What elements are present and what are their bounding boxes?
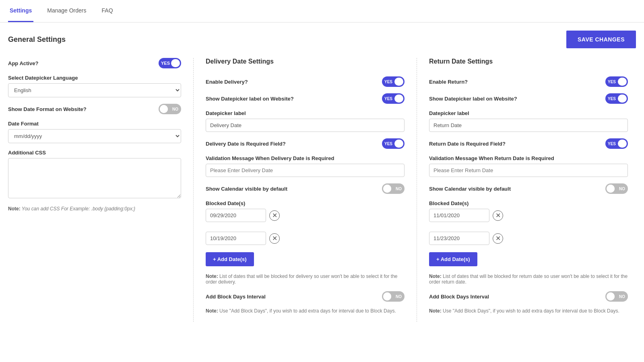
return-remove-date-2[interactable]: ✕ <box>493 233 503 244</box>
return-blocked-dates-label: Blocked Date(s) <box>429 200 628 206</box>
additional-css-textarea[interactable] <box>8 158 181 198</box>
delivery-show-label-row: Show Datepicker label on Website? YES <box>206 93 405 104</box>
delivery-validation-input[interactable] <box>206 164 405 177</box>
delivery-required-row: Delivery Date is Required Field? YES <box>206 138 405 149</box>
show-date-format-toggle[interactable]: NO <box>159 104 181 114</box>
return-calendar-visible-toggle[interactable]: NO <box>605 183 628 194</box>
delivery-calendar-visible-label: Show Calendar visible by default <box>206 186 287 192</box>
language-field-group: Select Datepicker Language English Frenc… <box>8 75 181 97</box>
delivery-blocked-date-2: ✕ <box>206 232 405 245</box>
app-active-yes-label: YES <box>161 61 170 66</box>
return-interval-row: Add Block Days Interval NO <box>429 291 628 302</box>
show-date-format-label: Show Date Format on Website? <box>8 106 87 112</box>
return-remove-date-1[interactable]: ✕ <box>493 210 503 221</box>
delivery-datepicker-label-group: Datepicker label <box>206 110 405 132</box>
additional-css-label: Additional CSS <box>8 150 181 156</box>
delivery-calendar-no: NO <box>396 187 402 191</box>
app-active-label: App Active? <box>8 60 38 66</box>
return-interval-toggle[interactable]: NO <box>605 291 628 302</box>
delivery-enable-yes-label: YES <box>384 80 392 84</box>
delivery-enable-toggle[interactable]: YES <box>382 76 405 87</box>
nav-faq[interactable]: FAQ <box>100 0 115 22</box>
show-date-format-row: Show Date Format on Website? NO <box>8 104 181 114</box>
show-date-format-no-label: NO <box>172 107 178 111</box>
return-show-label-yes: YES <box>608 97 616 101</box>
delivery-show-label-yes: YES <box>384 97 392 101</box>
delivery-interval-note: Note: Use "Add Block Days", if you wish … <box>206 308 405 314</box>
return-datepicker-label-label: Datepicker label <box>429 110 628 116</box>
delivery-interval-note-text: Use "Add Block Days", if you wish to add… <box>218 308 396 314</box>
return-add-date-button[interactable]: + Add Date(s) <box>429 252 477 266</box>
nav-manage-orders[interactable]: Manage Orders <box>45 0 88 22</box>
app-active-toggle[interactable]: YES <box>159 58 181 68</box>
return-datepicker-label-input[interactable] <box>429 119 628 132</box>
delivery-date-input-1[interactable] <box>206 209 266 222</box>
save-changes-button[interactable]: SAVE CHANGES <box>566 31 636 48</box>
nav-settings[interactable]: Settings <box>8 0 33 22</box>
css-note-strong: Note: <box>8 206 21 212</box>
page-header: General Settings SAVE CHANGES <box>8 31 636 48</box>
date-format-field-group: Date Format mm/dd/yyyy dd/mm/yyyy yyyy/m… <box>8 121 181 143</box>
delivery-validation-group: Validation Message When Delivery Date is… <box>206 155 405 177</box>
general-settings-column: App Active? YES Select Datepicker Langua… <box>8 58 189 322</box>
delivery-add-date-button[interactable]: + Add Date(s) <box>206 252 254 266</box>
return-interval-note: Note: Use "Add Block Days", if you wish … <box>429 308 628 314</box>
return-blocked-date-2: ✕ <box>429 232 628 245</box>
delivery-date-input-2[interactable] <box>206 232 266 245</box>
delivery-blocked-note-text: List of dates that will be blocked for d… <box>206 274 398 285</box>
delivery-validation-label: Validation Message When Delivery Date is… <box>206 155 405 161</box>
css-note: Note: You can add CSS For Example: .body… <box>8 206 181 212</box>
return-required-toggle[interactable]: YES <box>605 138 628 149</box>
return-calendar-visible-label: Show Calendar visible by default <box>429 186 511 192</box>
delivery-remove-date-1[interactable]: ✕ <box>269 210 280 221</box>
language-select[interactable]: English French German Spanish <box>8 83 181 97</box>
app-active-row: App Active? YES <box>8 58 181 68</box>
delivery-required-label: Delivery Date is Required Field? <box>206 141 286 147</box>
language-label: Select Datepicker Language <box>8 75 181 81</box>
return-calendar-no: NO <box>619 187 625 191</box>
return-enable-toggle[interactable]: YES <box>605 76 628 87</box>
delivery-blocked-note-strong: Note: <box>206 274 218 279</box>
return-required-row: Return Date is Required Field? YES <box>429 138 628 149</box>
delivery-show-label-label: Show Datepicker label on Website? <box>206 96 294 102</box>
top-navigation: Settings Manage Orders FAQ <box>0 0 644 23</box>
delivery-section-title: Delivery Date Settings <box>206 58 405 68</box>
return-enable-yes: YES <box>608 80 616 84</box>
delivery-required-yes: YES <box>384 142 392 146</box>
page-content: General Settings SAVE CHANGES App Active… <box>0 23 644 362</box>
return-validation-input[interactable] <box>429 164 628 177</box>
return-required-yes: YES <box>608 142 616 146</box>
return-date-input-1[interactable] <box>429 209 489 222</box>
delivery-calendar-visible-row: Show Calendar visible by default NO <box>206 183 405 194</box>
page-title: General Settings <box>8 35 66 44</box>
return-validation-label: Validation Message When Return Date is R… <box>429 155 628 161</box>
return-required-label: Return Date is Required Field? <box>429 141 506 147</box>
css-note-text: You can add CSS For Example: .body {padd… <box>21 206 135 212</box>
delivery-enable-row: Enable Delivery? YES <box>206 76 405 87</box>
delivery-calendar-visible-toggle[interactable]: NO <box>382 183 405 194</box>
return-enable-label: Enable Return? <box>429 79 468 85</box>
delivery-blocked-dates-label: Blocked Date(s) <box>206 200 405 206</box>
css-field-group: Additional CSS <box>8 150 181 200</box>
return-blocked-date-1: ✕ <box>429 209 628 222</box>
date-format-select[interactable]: mm/dd/yyyy dd/mm/yyyy yyyy/mm/dd <box>8 129 181 143</box>
delivery-interval-no: NO <box>396 294 402 299</box>
return-interval-label: Add Block Days Interval <box>429 294 489 300</box>
return-section-title: Return Date Settings <box>429 58 628 68</box>
delivery-remove-date-2[interactable]: ✕ <box>269 233 280 244</box>
return-blocked-note-text: List of dates that will be blocked for r… <box>429 274 627 285</box>
return-show-label-toggle[interactable]: YES <box>605 93 628 104</box>
settings-grid: App Active? YES Select Datepicker Langua… <box>8 58 636 322</box>
delivery-required-toggle[interactable]: YES <box>382 138 405 149</box>
return-settings-column: Return Date Settings Enable Return? YES … <box>417 58 636 322</box>
return-datepicker-label-group: Datepicker label <box>429 110 628 132</box>
return-date-input-2[interactable] <box>429 232 489 245</box>
return-show-label-label: Show Datepicker label on Website? <box>429 96 517 102</box>
return-enable-row: Enable Return? YES <box>429 76 628 87</box>
delivery-show-label-toggle[interactable]: YES <box>382 93 405 104</box>
delivery-datepicker-label-label: Datepicker label <box>206 110 405 116</box>
delivery-blocked-note: Note: List of dates that will be blocked… <box>206 274 405 285</box>
delivery-interval-toggle[interactable]: NO <box>382 291 405 302</box>
return-interval-note-strong: Note: <box>429 308 442 314</box>
delivery-datepicker-label-input[interactable] <box>206 119 405 132</box>
